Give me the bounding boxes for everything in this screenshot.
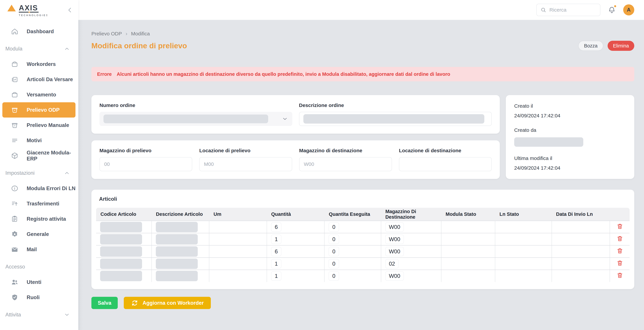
search-box[interactable] — [536, 4, 600, 16]
sidebar-item-label: Articoli Da Versare — [27, 76, 73, 82]
cell-modula-stato — [441, 270, 495, 282]
cell-value-box[interactable]: W00 — [385, 222, 404, 232]
cell-quantita: 1 — [267, 270, 324, 282]
delete-order-button[interactable]: Elimina — [608, 41, 634, 51]
locazione-di-destinazione-input[interactable] — [399, 157, 492, 171]
cell-um — [209, 270, 267, 282]
shield-icon — [11, 294, 18, 301]
sidebar-section-label: Accesso — [5, 264, 25, 270]
sidebar-item-articoli-da-versare[interactable]: Articoli Da Versare — [0, 72, 78, 87]
sidebar-item-giacenze-modula-erp[interactable]: Giacenze Modula-ERP — [0, 148, 78, 163]
skeleton-bar — [156, 246, 198, 257]
cell-descrizione-articolo — [152, 270, 209, 282]
skeleton-bar — [156, 234, 198, 244]
page-title: Modifica ordine di prelievo — [92, 42, 187, 50]
cell-codice-articolo — [96, 233, 152, 245]
cell-quantita-eseguita: 0 — [324, 245, 381, 258]
articles-card: Articoli Codice ArticoloDescrizione Arti… — [92, 190, 634, 289]
magazzino-di-destinazione-input[interactable] — [299, 157, 392, 171]
box-icon — [11, 60, 18, 68]
cell-value-box[interactable]: 1 — [271, 259, 282, 268]
descrizione-ordine-input[interactable] — [299, 112, 492, 126]
sidebar-item-prelievo-odp[interactable]: Prelievo ODP — [2, 102, 76, 118]
delete-row-button[interactable] — [616, 235, 624, 242]
draft-badge-button[interactable]: Bozza — [578, 41, 603, 51]
cell-value-box[interactable]: W00 — [385, 247, 404, 256]
cell-value-box[interactable]: 02 — [385, 259, 399, 268]
sidebar-item-label: Modula Errori Di LN — [27, 186, 76, 192]
sidebar-section-impostazioni[interactable]: Impostazioni — [0, 165, 78, 181]
notifications-button[interactable] — [608, 6, 616, 14]
update-button-label: Aggiorna con Workorder — [142, 300, 204, 306]
cell-magazzino-destinazione: W00 — [381, 233, 441, 245]
cell-actions — [610, 233, 630, 245]
breadcrumb-current: Modifica — [131, 31, 150, 36]
sidebar-item-mail[interactable]: Mail — [0, 242, 78, 257]
update-with-workorder-button[interactable]: Aggiorna con Workorder — [124, 297, 211, 309]
field-label: Magazzino di destinazione — [299, 148, 392, 154]
sidebar-item-dashboard[interactable]: Dashboard — [0, 24, 78, 39]
delete-row-button[interactable] — [616, 260, 624, 267]
search-icon — [540, 7, 546, 13]
sidebar-item-motivi[interactable]: Motivi — [0, 133, 78, 148]
breadcrumb-parent[interactable]: Prelievo ODP — [92, 31, 122, 36]
cell-value-box[interactable]: 1 — [271, 234, 282, 244]
save-button[interactable]: Salva — [92, 297, 118, 309]
sidebar-item-label: Generale — [27, 231, 49, 237]
axis-logo: AXIS TECHNOLOGIES — [7, 3, 47, 17]
skeleton-bar — [156, 222, 198, 232]
avatar[interactable]: A — [623, 4, 634, 16]
cell-value-box[interactable]: 6 — [271, 247, 282, 256]
breadcrumb-separator-icon: › — [126, 30, 128, 37]
chevron-up-icon — [64, 46, 70, 52]
cell-value-box[interactable]: W00 — [385, 234, 404, 244]
collapse-sidebar-icon[interactable] — [66, 6, 74, 14]
cell-value-box[interactable]: 6 — [271, 222, 282, 232]
column-header-descrizione-articolo: Descrizione Articolo — [152, 208, 209, 221]
delete-row-button[interactable] — [616, 247, 624, 254]
magazzino-di-prelievo-input[interactable] — [100, 157, 192, 171]
numero-ordine-select[interactable] — [100, 112, 292, 126]
mail-icon — [11, 246, 18, 253]
cell-magazzino-destinazione: W00 — [381, 270, 441, 282]
sidebar-item-versamento[interactable]: Versamento — [0, 87, 78, 102]
sidebar-item-generale[interactable]: Generale — [0, 226, 78, 242]
sidebar-item-workorders[interactable]: Workorders — [0, 56, 78, 72]
articles-title: Articoli — [99, 196, 630, 202]
info-icon — [11, 184, 18, 192]
cell-data-invio-ln — [552, 221, 610, 233]
cell-value-box[interactable]: 0 — [328, 259, 339, 268]
locazione-di-prelievo-input[interactable] — [199, 157, 292, 171]
sidebar-item-trasferimenti[interactable]: Trasferimenti — [0, 196, 78, 211]
cell-quantita: 6 — [267, 221, 324, 233]
cell-value-box[interactable]: 0 — [328, 234, 339, 244]
brand-name: AXIS — [19, 4, 38, 12]
sidebar-item-ruoli[interactable]: Ruoli — [0, 290, 78, 305]
cell-value-box[interactable]: 0 — [328, 247, 339, 256]
cell-codice-articolo — [96, 258, 152, 270]
cell-magazzino-destinazione: W00 — [381, 221, 441, 233]
cell-quantita-eseguita: 0 — [324, 233, 381, 245]
cube-icon — [11, 152, 18, 160]
sidebar-section-accesso[interactable]: Accesso — [0, 259, 78, 274]
cell-ln-stato — [495, 221, 552, 233]
warehouse-card: Magazzino di prelievoLocazione di prelie… — [92, 140, 500, 179]
search-input[interactable] — [550, 7, 596, 13]
delete-row-button[interactable] — [616, 223, 624, 230]
delete-row-button[interactable] — [616, 272, 624, 279]
skeleton-bar — [100, 222, 142, 232]
sidebar-section-attivita[interactable]: Attivita — [0, 307, 78, 322]
sidebar-item-modula-errori-di-ln[interactable]: Modula Errori Di LN — [0, 181, 78, 196]
cell-value-box[interactable]: 1 — [271, 271, 282, 281]
sidebar-item-registro-attivita[interactable]: Registro attivita — [0, 211, 78, 226]
cell-um — [209, 258, 267, 270]
cell-value-box[interactable]: 0 — [328, 271, 339, 281]
sidebar-section-modula[interactable]: Modula — [0, 41, 78, 56]
cell-actions — [610, 221, 630, 233]
sidebar-item-utenti[interactable]: Utenti — [0, 274, 78, 290]
logo-row: AXIS TECHNOLOGIES — [0, 0, 78, 20]
sidebar-item-prelievo-manuale[interactable]: Prelievo Manuale — [0, 118, 78, 133]
cell-value-box[interactable]: W00 — [385, 271, 404, 281]
cell-value-box[interactable]: 0 — [328, 222, 339, 232]
cell-modula-stato — [441, 245, 495, 258]
